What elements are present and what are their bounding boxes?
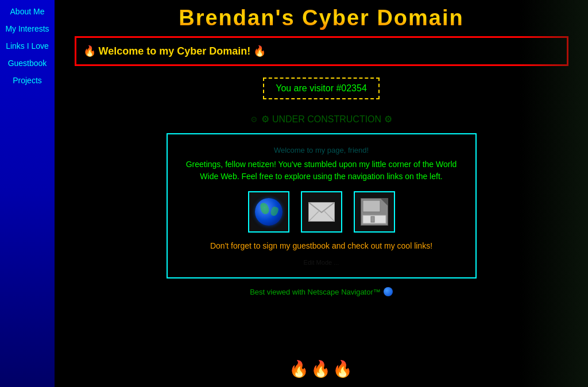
sidebar-item-about[interactable]: About Me [0,6,55,17]
guestbook-prompt: Don't forget to sign my guestbook and ch… [210,241,432,250]
construction-text: ⚙ UNDER CONSTRUCTION ⚙ [261,114,392,125]
best-viewed-label: Best viewed with Netscape Navigator™ [250,288,381,296]
welcome-banner: 🔥 Welcome to my Cyber Domain! 🔥 [75,36,568,66]
icons-row [248,191,395,233]
sidebar: About Me My Interests Links I Love Guest… [0,0,55,387]
globe-icon [255,198,283,226]
svg-rect-7 [371,216,374,222]
svg-rect-5 [363,200,380,212]
bottom-flames: 🔥🔥🔥 [289,359,354,378]
floppy-icon [361,198,388,226]
sidebar-item-interests[interactable]: My Interests [0,23,55,34]
visitor-counter: You are visitor #02354 [263,78,380,99]
greetings-text: Greetings, fellow netizen! You've stumbl… [179,158,464,183]
content-subtitle: Welcome to my page, friend! [274,146,369,154]
globe-icon-box[interactable] [248,191,289,233]
gear-left-icon: ⚙ [250,115,258,124]
content-box: Welcome to my page, friend! Greetings, f… [167,133,477,278]
floppy-icon-box[interactable] [354,191,395,233]
best-viewed-text: Best viewed with Netscape Navigator™ [250,287,393,296]
welcome-text: 🔥 Welcome to my Cyber Domain! 🔥 [83,45,266,57]
edit-mode-label: Edit Mode ... [304,259,339,266]
sidebar-item-links[interactable]: Links I Love [0,40,55,52]
mail-icon-box[interactable] [301,191,342,233]
sidebar-item-guestbook[interactable]: Guestbook [0,57,55,69]
main-content: Brendan's Cyber Domain 🔥 Welcome to my C… [55,0,588,387]
site-title: Brendan's Cyber Domain [55,0,588,36]
mail-icon [308,202,335,222]
under-construction: ⚙ ⚙ UNDER CONSTRUCTION ⚙ [250,114,392,125]
netscape-globe-icon [384,287,393,296]
sidebar-item-projects[interactable]: Projects [0,75,55,86]
